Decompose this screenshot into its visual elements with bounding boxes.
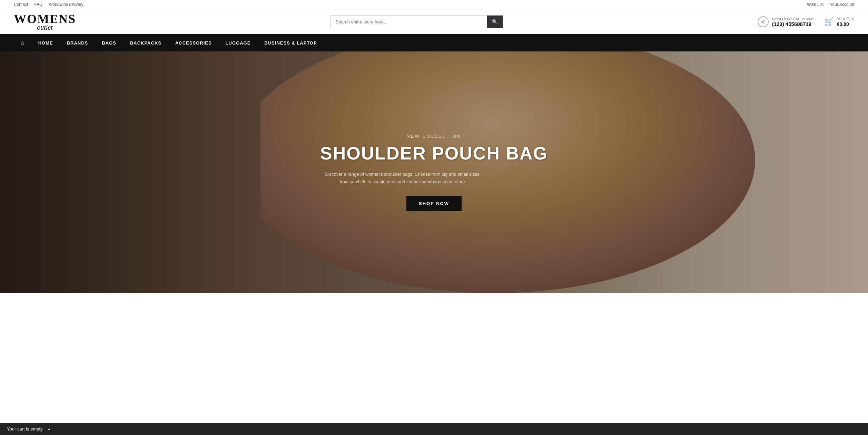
nav-home[interactable]: HOME (31, 35, 60, 51)
phone-number: (123) 455688719 (772, 21, 814, 27)
nav-home-icon[interactable]: ⌂ (14, 34, 31, 51)
shop-now-button[interactable]: SHOP NOW (406, 196, 462, 211)
search-input[interactable] (331, 16, 487, 28)
wish-list-link[interactable]: Wish List (807, 2, 824, 7)
nav-luggage[interactable]: LUGGAGE (219, 35, 258, 51)
header-right: ✆ Need Help? Call us now: (123) 45568871… (758, 16, 854, 27)
search-button[interactable]: 🔍 (487, 16, 503, 28)
cart-label: Your Cart (837, 17, 854, 21)
contact-link[interactable]: Contact (14, 2, 28, 7)
hero-content: NEW COLLECTION SHOULDER POUCH BAG Discov… (320, 134, 548, 211)
hero-subtitle: NEW COLLECTION (320, 134, 548, 139)
phone-icon: ✆ (758, 16, 769, 27)
top-bar-left: Contact FAQ Worldwide delivery (14, 2, 83, 7)
top-bar: Contact FAQ Worldwide delivery Wish List… (0, 0, 868, 9)
cart-price: €0.00 (837, 21, 854, 27)
logo[interactable]: WOMENS outlet (14, 13, 76, 31)
hero-description: Discover a range of women's shoulder bag… (320, 171, 486, 186)
phone-help-text: Need Help? Call us now: (772, 17, 814, 21)
nav-backpacks[interactable]: BACKPACKS (123, 35, 168, 51)
nav-bags[interactable]: BAGS (95, 35, 123, 51)
cart-block[interactable]: 🛒 Your Cart €0.00 (824, 17, 854, 27)
nav-business-laptop[interactable]: BUSINESS & LAPTOP (257, 35, 324, 51)
faq-link[interactable]: FAQ (34, 2, 42, 7)
header: WOMENS outlet 🔍 ✆ Need Help? Call us now… (0, 9, 868, 34)
hero-section: NEW COLLECTION SHOULDER POUCH BAG Discov… (0, 51, 868, 293)
cart-info: Your Cart €0.00 (837, 17, 854, 27)
phone-block: ✆ Need Help? Call us now: (123) 45568871… (758, 16, 814, 27)
search-icon: 🔍 (492, 19, 498, 25)
main-nav: ⌂ HOME BRANDS BAGS BACKPACKS ACCESSORIES… (0, 34, 868, 51)
hero-title: SHOULDER POUCH BAG (320, 143, 548, 164)
logo-outlet: outlet (37, 24, 53, 31)
account-link[interactable]: Your Account (830, 2, 854, 7)
nav-brands[interactable]: BRANDS (60, 35, 95, 51)
phone-info: Need Help? Call us now: (123) 455688719 (772, 17, 814, 27)
top-bar-right: Wish List Your Account (807, 2, 854, 7)
delivery-link[interactable]: Worldwide delivery (49, 2, 83, 7)
nav-accessories[interactable]: ACCESSORIES (168, 35, 219, 51)
search-bar: 🔍 (331, 15, 503, 28)
cart-icon: 🛒 (824, 17, 834, 26)
